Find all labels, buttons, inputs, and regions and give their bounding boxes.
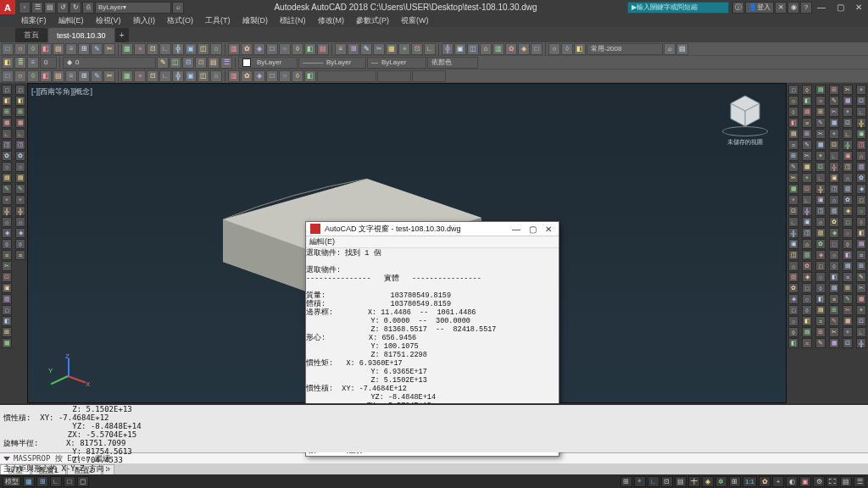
qa-btn-5[interactable]: ⎙ — [82, 2, 94, 14]
r1-btn-29[interactable]: ▦ — [386, 43, 398, 55]
lpal-13[interactable]: ◈ — [2, 228, 12, 238]
r1-btn-19[interactable]: ◈ — [253, 43, 265, 55]
rpal2-7[interactable]: ⊡ — [815, 162, 826, 172]
r3-btn-21[interactable]: ○ — [279, 70, 291, 82]
rpal1-23[interactable]: ≡ — [802, 338, 812, 348]
rpal3-15[interactable]: ○ — [829, 250, 839, 260]
r1-btn-41[interactable]: ○ — [548, 43, 560, 55]
r2-mid-1[interactable]: ◫ — [170, 57, 181, 69]
r3-btn-10[interactable]: ⌖ — [134, 70, 146, 82]
r2-mid-5[interactable]: ☰ — [220, 57, 232, 69]
rpal0-20[interactable]: □ — [788, 305, 798, 315]
lpal2-15[interactable]: ≡ — [15, 250, 25, 260]
rpal2-15[interactable]: ◈ — [815, 250, 826, 260]
rpal2-17[interactable]: ○ — [815, 272, 826, 282]
rpal3-11[interactable]: ▥ — [829, 206, 839, 216]
lpal-23[interactable]: ▦ — [2, 338, 12, 348]
rpal2-3[interactable]: ✎ — [815, 118, 826, 128]
r1-btn-34[interactable]: ▣ — [454, 43, 466, 55]
r2-mid-3[interactable]: ⊡ — [195, 57, 207, 69]
rpal5-19[interactable]: ▦ — [856, 294, 866, 304]
popup-menu-edit[interactable]: 編輯(E) — [306, 236, 559, 248]
rpal4-3[interactable]: ⊡ — [843, 118, 853, 128]
r3-btn-2[interactable]: ◊ — [27, 70, 39, 82]
r3-btn-14[interactable]: ▣ — [185, 70, 197, 82]
r3-btn-8[interactable]: ✂ — [103, 70, 115, 82]
qa-btn-6[interactable]: ⌕ — [172, 2, 184, 14]
rpal4-5[interactable]: ╬ — [843, 140, 853, 150]
r3-drop-0[interactable] — [317, 70, 376, 82]
lpal-0[interactable]: □ — [2, 85, 12, 95]
rpal0-17[interactable]: ▥ — [788, 272, 798, 282]
status-l5[interactable]: ▢ — [77, 476, 89, 487]
rpal3-14[interactable]: □ — [829, 239, 839, 249]
row1-right-drop[interactable]: 常用-2008 — [587, 43, 663, 55]
status-r10[interactable]: ✿ — [759, 476, 771, 487]
r1-btn-9[interactable]: ▦ — [121, 43, 133, 55]
rpal3-7[interactable]: ╬ — [829, 162, 839, 172]
rpal2-20[interactable]: ▤ — [815, 305, 826, 315]
lpal2-9[interactable]: ✎ — [15, 184, 25, 194]
rpal3-12[interactable]: ✿ — [829, 217, 839, 227]
row1-last-btn[interactable]: ▤ — [676, 43, 688, 55]
lpal2-13[interactable]: ◈ — [15, 228, 25, 238]
rpal3-9[interactable]: ◫ — [829, 184, 839, 194]
rpal2-6[interactable]: ⌖ — [815, 151, 826, 161]
rpal0-23[interactable]: ◧ — [788, 338, 798, 348]
lpal2-4[interactable]: ∟ — [15, 129, 25, 139]
lpal2-10[interactable]: ⌖ — [15, 195, 25, 205]
rpal0-21[interactable]: ○ — [788, 316, 798, 326]
r3-btn-19[interactable]: ◈ — [253, 70, 265, 82]
menu-draw[interactable]: 繪製(D) — [236, 15, 275, 26]
popup-titlebar[interactable]: AutoCAD 文字視窗 - test-108.10.30.dwg — ▢ ✕ — [306, 222, 559, 236]
rpal2-19[interactable]: ◧ — [815, 294, 826, 304]
lpal2-1[interactable]: ◧ — [15, 96, 25, 106]
layer-dropdown[interactable]: ◆ 0 — [63, 57, 156, 69]
rpal3-5[interactable]: ⊡ — [829, 140, 839, 150]
qa-btn-2[interactable]: ▤ — [44, 2, 56, 14]
rpal5-14[interactable]: ▤ — [856, 239, 866, 249]
qa-btn-1[interactable]: ☰ — [31, 2, 43, 14]
rpal0-15[interactable]: ◫ — [788, 250, 798, 260]
rpal5-9[interactable]: ◈ — [856, 184, 866, 194]
status-r14[interactable]: ⚙ — [813, 476, 825, 487]
r1-btn-6[interactable]: ⊞ — [78, 43, 90, 55]
rpal1-4[interactable]: ⊞ — [802, 129, 812, 139]
rpal2-16[interactable]: □ — [815, 261, 826, 271]
rpal4-2[interactable]: ⌖ — [843, 107, 853, 117]
r3-btn-3[interactable]: ◧ — [40, 70, 52, 82]
lpal-12[interactable]: ⌂ — [2, 217, 12, 227]
rpal1-9[interactable]: ⊡ — [802, 184, 812, 194]
rpal0-16[interactable]: ⌂ — [788, 261, 798, 271]
rpal2-22[interactable]: ⊞ — [815, 327, 826, 337]
r3-btn-23[interactable]: ◧ — [304, 70, 316, 82]
rpal1-19[interactable]: ○ — [802, 294, 812, 304]
rpal4-10[interactable]: ✿ — [843, 195, 853, 205]
r1-btn-39[interactable]: ◈ — [518, 43, 530, 55]
rpal1-1[interactable]: ◧ — [802, 96, 812, 106]
lpal2-3[interactable]: ▦ — [15, 118, 25, 128]
rpal4-14[interactable]: ◊ — [843, 239, 853, 249]
r1-btn-0[interactable]: □ — [2, 43, 14, 55]
rpal4-12[interactable]: □ — [843, 217, 853, 227]
r3-btn-17[interactable]: ▥ — [228, 70, 240, 82]
rpal5-8[interactable]: ✿ — [856, 173, 866, 183]
rpal5-5[interactable]: ◫ — [856, 140, 866, 150]
rpal4-4[interactable]: ∟ — [843, 129, 853, 139]
rpal0-19[interactable]: ◈ — [788, 294, 798, 304]
r1-btn-22[interactable]: ◊ — [292, 43, 303, 55]
r1-btn-36[interactable]: ⌂ — [480, 43, 492, 55]
r1-btn-13[interactable]: ╬ — [172, 43, 184, 55]
menu-dim[interactable]: 標註(N) — [274, 15, 312, 26]
lpal-18[interactable]: ▣ — [2, 283, 12, 293]
rpal2-18[interactable]: ◊ — [815, 283, 826, 293]
rpal4-22[interactable]: ⌖ — [843, 327, 853, 337]
r1-btn-28[interactable]: ✂ — [373, 43, 385, 55]
rpal2-9[interactable]: ╬ — [815, 184, 826, 194]
rpal1-14[interactable]: ⌂ — [802, 239, 812, 249]
rpal4-6[interactable]: ▣ — [843, 151, 853, 161]
menu-format[interactable]: 格式(O) — [161, 15, 199, 26]
rpal0-9[interactable]: ▦ — [788, 184, 798, 194]
popup-min[interactable]: — — [510, 225, 522, 234]
qa-btn-4[interactable]: ↻ — [70, 2, 81, 14]
